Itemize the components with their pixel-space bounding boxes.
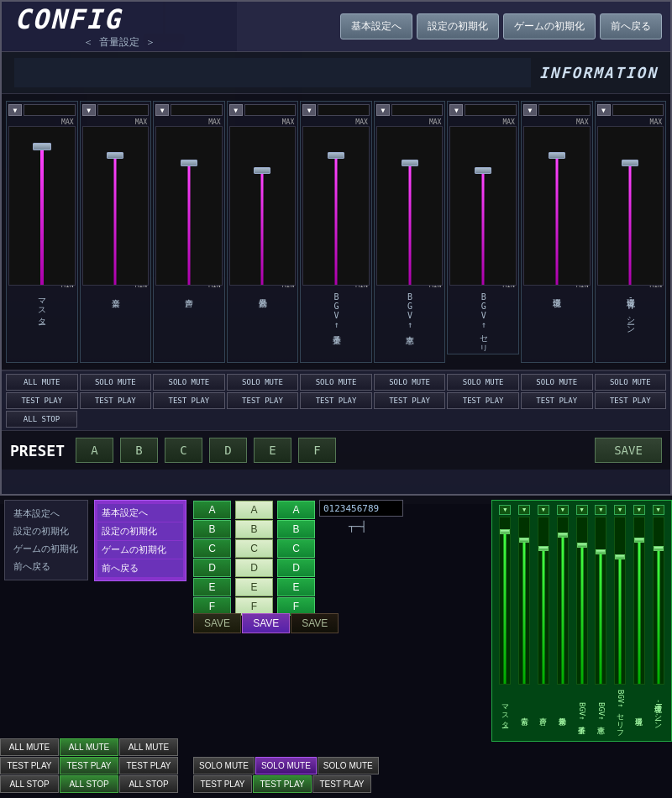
green2-preset-e[interactable]: E	[277, 578, 315, 596]
rm-fader-master[interactable]	[499, 517, 511, 685]
green-preset-b[interactable]: B	[193, 520, 231, 538]
rm-fader-music[interactable]	[518, 517, 530, 685]
ch-dropdown-bgv3[interactable]: ▼	[449, 104, 463, 116]
green-preset-c[interactable]: C	[193, 539, 231, 558]
ch-dropdown-voice[interactable]: ▼	[155, 104, 169, 116]
btn-solo-mute-env-h[interactable]: SOLO MUTE	[595, 374, 667, 391]
green2-preset-a[interactable]: A	[277, 501, 315, 519]
btn-test-bgv2[interactable]: TEST PLAY	[374, 392, 446, 409]
bb-test-play-1[interactable]: TEST PLAY	[0, 757, 59, 774]
btn-test-music[interactable]: TEST PLAY	[80, 392, 152, 409]
ch-dropdown-music[interactable]: ▼	[82, 104, 96, 116]
bb-solo-test-3[interactable]: TEST PLAY	[312, 775, 371, 793]
ch-input-bgv1[interactable]	[318, 104, 370, 116]
green-preset-a[interactable]: A	[193, 501, 231, 519]
green-preset-e[interactable]: E	[193, 578, 231, 596]
preset-btn-a[interactable]: A	[76, 438, 113, 463]
preset-btn-f[interactable]: F	[298, 438, 336, 463]
btn-test-bgv3[interactable]: TEST PLAY	[447, 392, 519, 409]
fader-handle-voice[interactable]	[181, 160, 197, 166]
bb-all-mute-3[interactable]: ALL MUTE	[119, 738, 178, 756]
rm-dropdown-env-r[interactable]: ▼	[633, 505, 645, 515]
fader-track-music[interactable]	[82, 126, 150, 286]
ch-dropdown-bgv1[interactable]: ▼	[302, 104, 316, 116]
preset-btn-d[interactable]: D	[209, 438, 247, 463]
rm-fader-env[interactable]	[633, 517, 645, 685]
fader-handle-bgv2[interactable]	[402, 160, 418, 166]
btn-all-mute[interactable]: ALL MUTE	[6, 374, 78, 391]
btn-solo-mute-bgv2[interactable]: SOLO MUTE	[374, 374, 446, 391]
rm-handle-env-h[interactable]	[654, 546, 664, 551]
rm-handle-voice[interactable]	[538, 546, 549, 551]
btn-solo-mute-voice[interactable]: SOLO MUTE	[153, 374, 225, 391]
ch-input-master[interactable]	[24, 104, 76, 116]
fader-track-bgv1[interactable]	[302, 126, 370, 286]
rm-handle-music[interactable]	[519, 538, 529, 543]
ch-input-bgv2[interactable]	[391, 104, 444, 116]
ch-dropdown-sfx[interactable]: ▼	[229, 104, 243, 116]
rm-fader-bgv1[interactable]	[576, 517, 588, 685]
purple-nav-back[interactable]: 前へ戻る	[97, 559, 183, 577]
left-nav-basic[interactable]: 基本設定へ	[9, 505, 83, 522]
ch-dropdown-bgv2[interactable]: ▼	[376, 104, 390, 116]
ch-input-env[interactable]	[538, 104, 591, 116]
green2-preset-c[interactable]: C	[277, 539, 315, 558]
fader-handle-bgv1[interactable]	[328, 152, 344, 159]
rm-fader-sfx[interactable]	[557, 517, 569, 685]
rm-handle-bgv2[interactable]	[596, 549, 606, 554]
fader-handle-bgv3[interactable]	[475, 167, 491, 174]
ch-dropdown-env-h[interactable]: ▼	[597, 104, 611, 116]
white-preset-e[interactable]: E	[235, 578, 273, 596]
save-btn-2[interactable]: SAVE	[242, 613, 290, 633]
white-preset-b[interactable]: B	[235, 520, 273, 538]
bb-all-mute-1[interactable]: ALL MUTE	[0, 738, 59, 756]
fader-handle-music[interactable]	[107, 152, 123, 159]
green2-preset-d[interactable]: D	[277, 559, 315, 577]
fader-handle-master[interactable]	[33, 143, 51, 150]
rm-handle-bgv1[interactable]	[577, 543, 587, 548]
btn-solo-mute-bgv1[interactable]: SOLO MUTE	[300, 374, 372, 391]
rm-dropdown-master[interactable]: ▼	[499, 505, 511, 515]
fader-track-env[interactable]	[523, 126, 591, 286]
white-preset-d[interactable]: D	[235, 559, 273, 577]
fader-track-bgv2[interactable]	[376, 126, 444, 286]
rm-dropdown-bgv3-r[interactable]: ▼	[614, 505, 626, 515]
preset-btn-e[interactable]: E	[254, 438, 291, 463]
bb-all-mute-2[interactable]: ALL MUTE	[60, 738, 118, 756]
purple-nav-init-game[interactable]: ゲームの初期化	[97, 541, 183, 559]
ch-input-sfx[interactable]	[244, 104, 297, 116]
btn-test-bgv1[interactable]: TEST PLAY	[300, 392, 372, 409]
rm-dropdown-bgv1-r[interactable]: ▼	[576, 505, 588, 515]
btn-solo-mute-bgv3[interactable]: SOLO MUTE	[447, 374, 519, 391]
fader-track-voice[interactable]	[155, 126, 223, 286]
left-nav-init-game[interactable]: ゲームの初期化	[9, 540, 83, 558]
bb-test-play-2[interactable]: TEST PLAY	[60, 757, 118, 774]
green2-preset-b[interactable]: B	[277, 520, 315, 538]
left-nav-init-settings[interactable]: 設定の初期化	[9, 522, 83, 540]
ch-input-voice[interactable]	[171, 104, 223, 116]
save-btn-1[interactable]: SAVE	[193, 613, 241, 633]
ch-input-env-h[interactable]	[612, 104, 664, 116]
left-nav-back[interactable]: 前へ戻る	[9, 558, 83, 575]
fader-handle-env[interactable]	[549, 152, 565, 159]
rm-dropdown-music[interactable]: ▼	[518, 505, 530, 515]
btn-test-voice[interactable]: TEST PLAY	[153, 392, 225, 409]
btn-test-master[interactable]: TEST PLAY	[6, 392, 78, 409]
ch-dropdown-env[interactable]: ▼	[523, 104, 537, 116]
save-btn-3[interactable]: SAVE	[291, 613, 339, 633]
green-preset-d[interactable]: D	[193, 559, 231, 577]
rm-handle-sfx[interactable]	[558, 533, 568, 538]
purple-nav-basic[interactable]: 基本設定へ	[97, 504, 183, 522]
rm-fader-env-h[interactable]	[653, 517, 664, 685]
bb-solo-mute-2[interactable]: SOLO MUTE	[255, 757, 317, 774]
nav-btn-init-game[interactable]: ゲームの初期化	[503, 13, 596, 39]
btn-test-env-h[interactable]: TEST PLAY	[595, 392, 667, 409]
fader-track-bgv3[interactable]	[449, 126, 517, 286]
white-preset-c[interactable]: C	[235, 539, 273, 558]
bb-all-stop-1[interactable]: ALL STOP	[0, 775, 59, 793]
btn-all-stop[interactable]: ALL STOP	[6, 411, 77, 428]
btn-test-env[interactable]: TEST PLAY	[521, 392, 593, 409]
bb-solo-test-1[interactable]: TEST PLAY	[193, 775, 252, 793]
ch-dropdown-master[interactable]: ▼	[8, 104, 22, 116]
bb-all-stop-3[interactable]: ALL STOP	[119, 775, 178, 793]
